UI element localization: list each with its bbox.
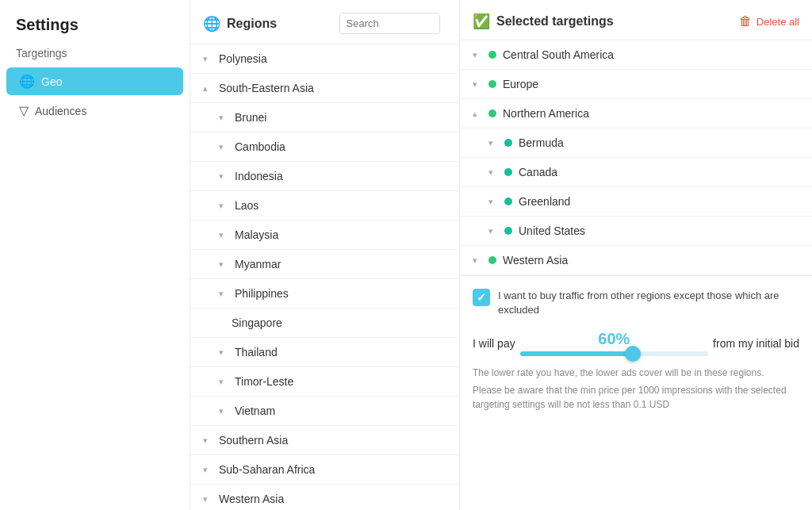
slider-right-label: from my initial bid [713,337,799,350]
checkbox-row: I want to buy traffic from other regions… [473,289,799,317]
status-dot [488,256,496,264]
table-row[interactable]: United States [460,217,812,246]
chevron-down-icon [488,197,498,207]
chevron-up-icon [473,109,482,119]
selected-name: United States [519,224,585,237]
delete-all-label: Delete all [756,16,799,28]
list-item[interactable]: Timor-Leste [190,367,459,397]
slider-left-label: I will pay [473,337,515,350]
region-name: Thailand [235,346,278,359]
list-item[interactable]: Myanmar [190,250,459,279]
list-item[interactable]: Malaysia [190,220,459,250]
chevron-down-icon [219,259,228,270]
slider-thumb[interactable] [625,346,641,362]
list-item[interactable]: Indonesia [190,162,459,191]
regions-title: Regions [227,17,327,31]
chevron-down-icon [219,347,228,358]
chevron-down-icon [219,406,228,416]
chevron-down-icon [203,494,213,504]
selected-name: Western Asia [503,254,568,267]
chevron-down-icon [488,167,498,178]
info-line1: The lower rate you have, the lower ads c… [473,366,799,380]
table-row[interactable]: Europe [460,70,812,99]
table-row[interactable]: Central South America [460,40,812,70]
list-item[interactable]: Southern Asia [190,426,459,455]
region-name: Myanmar [235,258,281,270]
region-name: Laos [235,199,259,212]
slider-pct-label: 60% [598,330,630,348]
list-item[interactable]: Sub-Saharan Africa [190,455,459,485]
filter-icon: ▽ [19,103,29,118]
region-name: Brunei [235,111,266,124]
region-name: Timor-Leste [235,375,293,388]
list-item[interactable]: Thailand [190,338,459,367]
search-box: 🔍 [339,13,441,34]
list-item[interactable]: Polynesia [190,44,459,74]
sidebar: Settings Targetings 🌐 Geo ▽ Audiences [0,0,190,510]
bottom-section: I want to buy traffic from other regions… [460,275,812,424]
chevron-down-icon [203,54,213,64]
selected-header-left: ✅ Selected targetings [473,13,614,30]
targetings-label: Targetings [0,40,190,66]
slider-section: I will pay 60% from my initial bid [473,330,799,356]
chevron-down-icon [488,138,498,148]
sidebar-item-audiences[interactable]: ▽ Audiences [6,97,183,125]
regions-header: 🌐 Regions 🔍 [190,0,459,44]
region-name: Singapore [232,316,282,329]
chevron-down-icon [219,113,228,123]
status-dot [504,168,512,176]
chevron-down-icon [219,142,228,152]
selected-list: Central South America Europe Northern Am… [460,40,812,275]
table-row[interactable]: Western Asia [460,246,812,275]
checkbox-label: I want to buy traffic from other regions… [498,289,799,317]
chevron-up-icon [203,83,213,94]
status-dot [488,109,496,117]
chevron-down-icon [219,171,228,182]
geo-label: Geo [41,75,62,88]
list-item[interactable]: South-Eastern Asia [190,74,459,103]
chevron-down-icon [203,435,213,446]
list-item[interactable]: Brunei [190,103,459,132]
list-item[interactable]: Laos [190,191,459,220]
list-item[interactable]: Singapore [190,309,459,338]
table-row[interactable]: Northern America [460,99,812,128]
table-row[interactable]: Canada [460,158,812,187]
selected-name: Canada [519,166,557,178]
status-dot [504,227,512,235]
chevron-down-icon [203,465,213,475]
chevron-down-icon [219,201,228,211]
trash-icon: 🗑 [739,14,752,29]
region-name: Vietnam [235,405,275,417]
list-item[interactable]: Philippines [190,279,459,309]
region-name: Sub-Saharan Africa [219,463,315,476]
sidebar-item-geo[interactable]: 🌐 Geo [6,67,183,95]
status-dot [488,51,496,59]
audiences-label: Audiences [35,105,86,117]
list-item[interactable]: Cambodia [190,132,459,162]
main-content: 🌐 Regions 🔍 Polynesia South-Eastern Asia… [190,0,812,510]
list-item[interactable]: Western Asia [190,485,459,510]
regions-globe-icon: 🌐 [203,15,220,33]
selected-header: ✅ Selected targetings 🗑 Delete all [460,0,812,40]
delete-all-button[interactable]: 🗑 Delete all [739,14,799,29]
chevron-down-icon [219,289,228,299]
chevron-down-icon [219,377,228,387]
region-name: Polynesia [219,52,267,65]
region-name: Southern Asia [219,434,288,447]
table-row[interactable]: Greenland [460,187,812,217]
list-item[interactable]: Vietnam [190,397,459,426]
info-line2: Please be aware that the min price per 1… [473,383,799,412]
regions-list: Polynesia South-Eastern Asia Brunei Camb… [190,44,459,510]
exclude-checkbox[interactable] [473,289,490,306]
region-name: Philippines [235,287,289,300]
chevron-down-icon [219,230,228,240]
globe-icon: 🌐 [19,74,35,89]
status-dot [488,80,496,88]
selected-name: Central South America [503,48,614,61]
chevron-down-icon [488,226,498,236]
search-input[interactable] [340,13,441,33]
region-name: Western Asia [219,493,284,505]
region-name: Indonesia [235,170,283,182]
table-row[interactable]: Bermuda [460,128,812,158]
region-name: South-Eastern Asia [219,82,314,94]
